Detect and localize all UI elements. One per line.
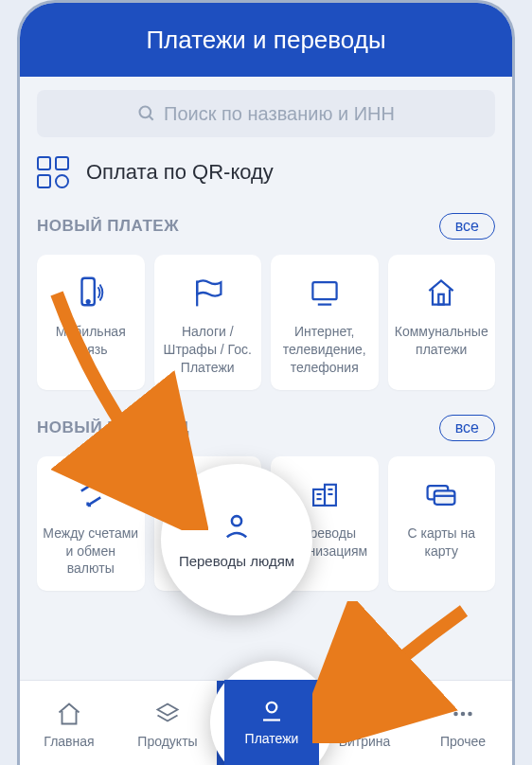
bag-icon xyxy=(350,698,379,730)
monitor-icon xyxy=(308,272,342,313)
payment-title: НОВЫЙ ПЛАТЕЖ xyxy=(37,217,179,236)
svg-point-21 xyxy=(461,711,466,716)
tile-utilities[interactable]: Коммунальные платежи xyxy=(388,255,496,390)
dots-icon xyxy=(449,698,477,730)
nav-label: Витрина xyxy=(339,734,391,749)
nav-showcase[interactable]: Витрина xyxy=(315,681,414,765)
search-bar[interactable]: Поиск по названию и ИНН xyxy=(37,90,495,137)
tile-card-to-card[interactable]: С карты на карту xyxy=(388,456,496,592)
tile-label: Интернет, телевидение, телефония xyxy=(276,323,373,377)
transfer-all-button[interactable]: все xyxy=(439,415,495,441)
svg-point-24 xyxy=(267,703,277,713)
payment-tiles: Мобильная связь Налоги / Штрафы / Гос. П… xyxy=(37,255,495,390)
flag-icon xyxy=(190,272,224,313)
nav-label: Прочее xyxy=(440,734,486,749)
search-placeholder: Поиск по названию и ИНН xyxy=(164,103,395,125)
svg-point-3 xyxy=(86,300,89,303)
overlay-nav-payments: Платежи xyxy=(224,680,319,765)
tile-taxes[interactable]: Налоги / Штрафы / Гос. Платежи xyxy=(154,255,262,390)
tile-label: Мобильная связь xyxy=(43,323,139,359)
tile-label: Коммунальные платежи xyxy=(394,323,490,359)
qr-icon xyxy=(37,156,69,188)
overlay-transfer-people: Переводы людям xyxy=(161,464,312,615)
tile-label: Налоги / Штрафы / Гос. Платежи xyxy=(160,323,257,377)
nav-home[interactable]: Главная xyxy=(20,681,118,765)
cards-icon xyxy=(424,473,458,515)
transfer-head: НОВЫЙ ПЕРЕВОД все xyxy=(37,415,495,441)
layers-icon xyxy=(153,698,182,730)
tile-label: Между счетами и обмен валюты xyxy=(43,525,139,578)
phone-frame: Платежи и переводы Поиск по названию и И… xyxy=(17,0,515,765)
svg-rect-16 xyxy=(434,490,455,504)
building-icon xyxy=(309,473,341,515)
nav-label: Главная xyxy=(44,734,94,749)
svg-rect-9 xyxy=(313,489,325,506)
payment-all-button[interactable]: все xyxy=(439,213,495,240)
nav-more[interactable]: Прочее xyxy=(414,681,512,765)
app-screen: Платежи и переводы Поиск по названию и И… xyxy=(20,3,512,765)
tile-between-accounts[interactable]: Между счетами и обмен валюты xyxy=(37,456,145,592)
svg-point-20 xyxy=(453,711,458,716)
svg-line-1 xyxy=(150,116,153,120)
svg-point-0 xyxy=(140,107,151,118)
app-header: Платежи и переводы xyxy=(20,3,512,77)
tile-internet[interactable]: Интернет, телевидение, телефония xyxy=(271,255,379,390)
qr-pay-row[interactable]: Оплата по QR-коду xyxy=(37,156,495,188)
house-icon xyxy=(424,272,458,313)
qr-label: Оплата по QR-коду xyxy=(86,160,274,185)
tile-label: С карты на карту xyxy=(394,525,490,560)
header-title: Платежи и переводы xyxy=(146,26,385,55)
tile-mobile[interactable]: Мобильная связь xyxy=(37,255,145,390)
transfer-title: НОВЫЙ ПЕРЕВОД xyxy=(37,418,189,437)
search-icon xyxy=(137,104,156,123)
svg-rect-7 xyxy=(439,294,444,305)
phone-icon xyxy=(73,272,109,313)
home-icon xyxy=(55,698,83,730)
svg-point-23 xyxy=(232,516,241,525)
payment-head: НОВЫЙ ПЛАТЕЖ все xyxy=(37,213,495,240)
svg-point-22 xyxy=(468,711,472,716)
nav-products[interactable]: Продукты xyxy=(118,681,217,765)
nav-label: Продукты xyxy=(137,734,197,749)
svg-rect-5 xyxy=(312,282,336,299)
exchange-icon xyxy=(75,473,107,515)
new-payment-section: НОВЫЙ ПЛАТЕЖ все Мобильная связь Налоги … xyxy=(20,213,512,390)
